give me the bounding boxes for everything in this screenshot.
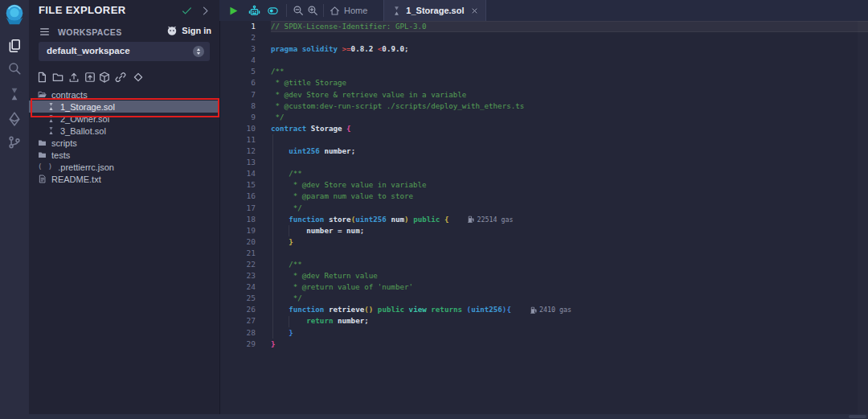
code-line: 2 bbox=[219, 32, 868, 43]
check-icon[interactable] bbox=[182, 6, 192, 16]
hamburger-icon[interactable] bbox=[39, 27, 51, 37]
code-line: 21 bbox=[219, 248, 868, 259]
code-text: * @custom:dev-run-script ./scripts/deplo… bbox=[271, 101, 868, 112]
code-text: /** bbox=[271, 168, 868, 179]
ai-robot-icon[interactable] bbox=[248, 5, 260, 17]
code-line: 20 } bbox=[219, 236, 868, 248]
upload-folder-icon[interactable] bbox=[84, 72, 96, 83]
fuel-icon bbox=[468, 216, 474, 223]
folder-open-icon bbox=[38, 90, 47, 99]
code-line: 23 * @dev Return value bbox=[219, 270, 868, 281]
toolbar-separator bbox=[286, 4, 287, 17]
code-text: return number; bbox=[271, 315, 868, 327]
code-line: 27 return number; bbox=[219, 315, 868, 327]
code-line: 29} bbox=[219, 339, 868, 350]
updown-icon bbox=[193, 46, 204, 57]
folder-icon bbox=[38, 150, 47, 159]
line-number: 10 bbox=[219, 123, 256, 134]
code-text: * @param num value to store bbox=[271, 191, 868, 202]
code-line: 6 * @title Storage bbox=[219, 77, 868, 88]
code-text: * @dev Store value in variable bbox=[271, 179, 868, 191]
line-number: 17 bbox=[219, 203, 256, 214]
code-text: */ bbox=[271, 203, 868, 214]
line-number: 18 bbox=[219, 214, 256, 225]
tree-item[interactable]: 3_Ballot.sol bbox=[29, 125, 219, 137]
toggle-on-icon[interactable] bbox=[266, 6, 280, 16]
line-number: 15 bbox=[219, 179, 256, 191]
gas-estimate: 22514 gas bbox=[468, 214, 513, 225]
code-text: uint256 number; bbox=[271, 146, 868, 157]
activity-solidity-compiler-icon[interactable] bbox=[7, 87, 22, 101]
file-tree: contracts1_Storage.sol2_Owner.sol3_Ballo… bbox=[29, 88, 219, 185]
tree-item-label: 1_Storage.sol bbox=[60, 102, 115, 112]
tab-home[interactable]: Home bbox=[330, 0, 367, 21]
code-line: 25 */ bbox=[219, 293, 868, 304]
tree-item-label: tests bbox=[51, 150, 70, 160]
workspace-select[interactable]: default_workspace bbox=[39, 42, 210, 61]
code-text: * @title Storage bbox=[271, 77, 868, 88]
code-line: 9 */ bbox=[219, 112, 868, 123]
github-icon bbox=[166, 25, 178, 36]
tree-item[interactable]: 2_Owner.sol bbox=[29, 113, 219, 125]
tree-item[interactable]: tests bbox=[29, 149, 219, 161]
sign-in-label: Sign in bbox=[182, 26, 211, 35]
tree-item-label: 2_Owner.sol bbox=[60, 114, 109, 124]
terminal-top-edge[interactable] bbox=[29, 414, 868, 419]
code-editor[interactable]: 1// SPDX-License-Identifier: GPL-3.023pr… bbox=[219, 21, 868, 351]
code-text bbox=[271, 248, 868, 259]
tab-1-storage-sol[interactable]: 1_Storage.sol bbox=[383, 0, 486, 21]
link-icon[interactable] bbox=[115, 72, 126, 83]
line-number: 9 bbox=[219, 112, 256, 123]
activity-deploy-run-icon[interactable] bbox=[7, 112, 22, 126]
code-line: 16 * @param num value to store bbox=[219, 191, 868, 202]
code-line: 8 * @custom:dev-run-script ./scripts/dep… bbox=[219, 101, 868, 112]
activity-file-explorer-icon[interactable] bbox=[7, 39, 22, 53]
sign-in-button[interactable]: Sign in bbox=[166, 25, 211, 36]
code-line: 5/** bbox=[219, 66, 868, 77]
indent-guide bbox=[289, 316, 289, 327]
code-line: 18 function store(uint256 num) public {2… bbox=[219, 214, 868, 225]
fuel-icon bbox=[530, 306, 537, 314]
line-number: 16 bbox=[219, 191, 256, 202]
tree-item[interactable]: ( ).prettierrc.json bbox=[29, 161, 219, 173]
code-line: 14 /** bbox=[219, 168, 868, 179]
solidity-icon bbox=[47, 114, 55, 123]
line-number: 13 bbox=[219, 157, 256, 168]
tree-item[interactable]: contracts bbox=[29, 88, 219, 101]
activity-git-icon[interactable] bbox=[7, 135, 22, 150]
tree-item[interactable]: README.txt bbox=[29, 173, 219, 185]
tab-close-icon[interactable] bbox=[471, 7, 478, 14]
gas-estimate: 2410 gas bbox=[530, 304, 571, 315]
zoom-in-icon[interactable] bbox=[307, 5, 318, 16]
editor-scrollbar[interactable] bbox=[858, 21, 868, 414]
code-line: 4 bbox=[219, 55, 868, 66]
tree-item[interactable]: 1_Storage.sol bbox=[29, 101, 219, 113]
line-number: 25 bbox=[219, 293, 256, 304]
line-number: 29 bbox=[219, 339, 256, 350]
line-number: 7 bbox=[219, 89, 256, 101]
play-icon[interactable] bbox=[228, 6, 239, 16]
code-text bbox=[271, 134, 868, 146]
code-line: 28 } bbox=[219, 327, 868, 339]
code-text: } bbox=[271, 236, 868, 248]
activity-search-icon[interactable] bbox=[7, 61, 22, 76]
activity-remix-logo-icon[interactable] bbox=[2, 2, 27, 27]
upload-file-icon[interactable] bbox=[68, 72, 80, 83]
tree-item-label: scripts bbox=[51, 138, 77, 148]
code-line: 7 * @dev Store & retrieve value in a var… bbox=[219, 89, 868, 101]
new-folder-icon[interactable] bbox=[52, 72, 63, 83]
line-number: 6 bbox=[219, 77, 256, 88]
line-number: 28 bbox=[219, 327, 256, 339]
zoom-out-icon[interactable] bbox=[293, 5, 304, 16]
gist-icon[interactable] bbox=[133, 72, 144, 83]
chevron-right-icon[interactable] bbox=[200, 6, 211, 16]
tree-item[interactable]: scripts bbox=[29, 137, 219, 149]
editor-tabstrip: Home1_Storage.sol bbox=[219, 0, 868, 21]
code-text: */ bbox=[271, 293, 868, 304]
line-number: 21 bbox=[219, 248, 256, 259]
line-number: 11 bbox=[219, 134, 256, 146]
new-file-icon[interactable] bbox=[36, 72, 47, 83]
line-number: 5 bbox=[219, 66, 256, 77]
cube-icon[interactable] bbox=[99, 72, 110, 83]
line-number: 27 bbox=[219, 315, 256, 327]
